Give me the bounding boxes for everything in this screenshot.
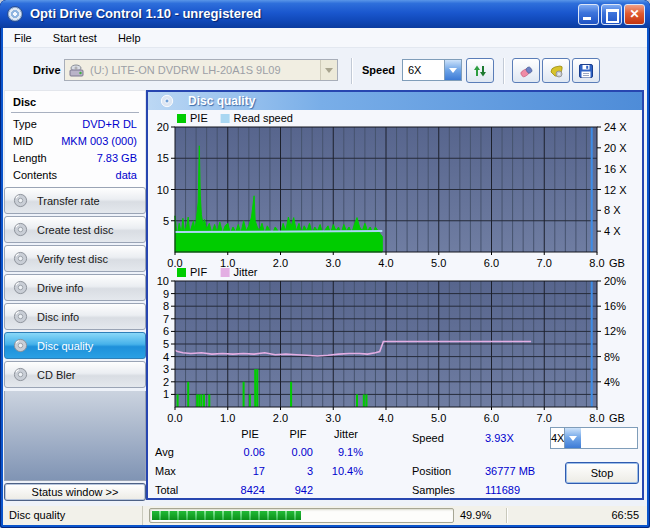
svg-text:4.0: 4.0 — [378, 412, 393, 423]
svg-text:5: 5 — [163, 215, 169, 227]
svg-text:3: 3 — [163, 363, 169, 375]
cd-disc-icon — [13, 222, 28, 237]
optical-drive-icon — [69, 62, 85, 78]
samples-label: Samples — [412, 484, 455, 496]
svg-text:8 X: 8 X — [604, 204, 621, 216]
refresh-button[interactable] — [466, 58, 494, 83]
svg-text:4.0: 4.0 — [378, 257, 393, 267]
titlebar[interactable]: Opti Drive Control 1.10 - unregistered — [0, 0, 650, 28]
sidebar-button-disc-quality[interactable]: Disc quality — [4, 332, 146, 359]
toolbar-separator — [503, 58, 505, 84]
client-area: File Start test Help Drive (U:) LITE-ON … — [3, 28, 647, 506]
svg-text:7: 7 — [163, 313, 169, 325]
cd-disc-icon — [160, 94, 174, 108]
eraser-icon — [518, 63, 534, 79]
drive-label: Drive — [33, 64, 61, 76]
rescan-speed-value: 4X — [551, 432, 564, 444]
row-label-total: Total — [155, 484, 178, 496]
svg-text:9: 9 — [163, 288, 169, 300]
svg-text:6.0: 6.0 — [484, 412, 499, 423]
svg-text:24 X: 24 X — [604, 121, 627, 133]
position-label: Position — [412, 465, 451, 477]
sidebar-buttons: Transfer rateCreate test discVerify test… — [4, 187, 146, 390]
tools-button[interactable] — [542, 58, 570, 83]
rescan-speed-select[interactable]: 4X — [550, 427, 638, 449]
svg-text:16 X: 16 X — [604, 163, 627, 175]
save-button[interactable] — [572, 58, 600, 83]
menu-file[interactable]: File — [5, 28, 41, 48]
svg-text:10: 10 — [157, 275, 169, 287]
erase-button[interactable] — [512, 58, 540, 83]
stats-area: PIE PIF Jitter Avg 0.06 0.00 9.1% Max 17… — [148, 423, 642, 498]
maximize-button[interactable] — [601, 4, 622, 25]
progress-percent: 49.9% — [460, 506, 491, 525]
app-cd-icon — [7, 6, 23, 22]
refresh-arrows-icon — [472, 63, 488, 79]
minimize-button[interactable] — [578, 4, 599, 25]
toolbar-separator — [351, 58, 353, 84]
tools-icon — [548, 63, 564, 79]
window-title: Opti Drive Control 1.10 - unregistered — [30, 0, 261, 28]
sidebar-filler — [4, 391, 146, 481]
svg-text:2.0: 2.0 — [273, 257, 288, 267]
svg-text:2.0: 2.0 — [273, 412, 288, 423]
sidebar-button-disc-info[interactable]: Disc info — [4, 303, 146, 330]
svg-text:3.0: 3.0 — [326, 257, 341, 267]
total-pif: 942 — [253, 484, 313, 496]
svg-text:20 X: 20 X — [604, 142, 627, 154]
cd-disc-icon — [13, 280, 28, 295]
status-window-button[interactable]: Status window >> — [4, 483, 146, 501]
elapsed-time: 66:55 — [611, 506, 639, 525]
sidebar-button-transfer-rate[interactable]: Transfer rate — [4, 187, 146, 214]
disc-quality-panel: Disc quality 51015204 X8 X12 X16 X20 X24… — [146, 90, 644, 500]
sidebar-button-verify-test-disc[interactable]: Verify test disc — [4, 245, 146, 272]
svg-text:8.0: 8.0 — [589, 257, 604, 267]
svg-text:PIE: PIE — [190, 112, 208, 124]
svg-text:8: 8 — [163, 300, 169, 312]
disc-panel-title: Disc — [11, 95, 139, 113]
svg-text:8.0: 8.0 — [589, 412, 604, 423]
svg-text:GB: GB — [609, 257, 625, 267]
speed-stat-label: Speed — [412, 432, 444, 444]
svg-text:4: 4 — [163, 351, 169, 363]
disc-row-mid: MID MKM 003 (000) — [11, 133, 139, 150]
svg-text:12 X: 12 X — [604, 184, 627, 196]
svg-text:4%: 4% — [604, 376, 620, 388]
progress-fill — [152, 511, 301, 520]
disc-row-contents: Contents data — [11, 167, 139, 184]
svg-text:5.0: 5.0 — [431, 257, 446, 267]
close-button[interactable] — [624, 4, 645, 25]
col-header-jitter: Jitter — [316, 428, 376, 440]
sidebar-button-label: Drive info — [37, 282, 83, 294]
svg-text:5.0: 5.0 — [431, 412, 446, 423]
position-value: 36777 MB — [485, 465, 535, 477]
cd-disc-icon — [13, 309, 28, 324]
drive-select: (U:) LITE-ON DVDRW LH-20A1S 9L09 — [64, 59, 338, 81]
svg-text:7.0: 7.0 — [537, 412, 552, 423]
samples-value: 111689 — [485, 484, 520, 496]
svg-text:1.0: 1.0 — [220, 257, 235, 267]
statusbar-separator — [506, 508, 508, 523]
sidebar-button-cd-bler[interactable]: CD Bler — [4, 361, 146, 388]
sidebar-button-label: Disc quality — [37, 340, 93, 352]
stop-button[interactable]: Stop — [565, 462, 639, 484]
sidebar-button-drive-info[interactable]: Drive info — [4, 274, 146, 301]
svg-text:0.0: 0.0 — [167, 412, 182, 423]
speed-select-arrow-icon — [444, 60, 461, 80]
menu-start-test[interactable]: Start test — [44, 28, 106, 48]
speed-select[interactable]: 6X — [402, 59, 462, 81]
svg-text:4 X: 4 X — [604, 225, 621, 237]
menubar: File Start test Help — [3, 28, 647, 48]
app-window: Opti Drive Control 1.10 - unregistered F… — [0, 0, 650, 528]
svg-text:20%: 20% — [604, 275, 626, 287]
sidebar-button-create-test-disc[interactable]: Create test disc — [4, 216, 146, 243]
svg-text:7.0: 7.0 — [537, 257, 552, 267]
speed-select-value: 6X — [403, 64, 444, 76]
sidebar-button-label: Create test disc — [37, 224, 113, 236]
statusbar-mode: Disc quality — [3, 506, 143, 525]
svg-text:Jitter: Jitter — [234, 267, 258, 278]
cd-disc-icon — [13, 338, 28, 353]
pif-jitter-chart: 123456789104%8%12%16%20%0.01.02.03.04.05… — [148, 267, 642, 423]
sidebar-button-label: Verify test disc — [37, 253, 108, 265]
menu-help[interactable]: Help — [109, 28, 150, 48]
